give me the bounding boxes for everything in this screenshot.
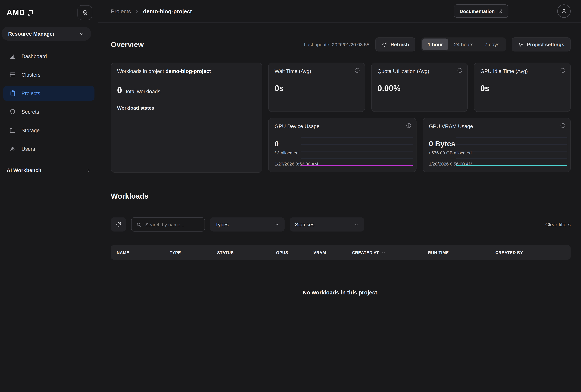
notifications-muted-button[interactable]	[78, 5, 92, 20]
gpu-device-usage-title: GPU Device Usage	[274, 123, 410, 129]
chevron-right-icon	[86, 168, 91, 173]
info-icon[interactable]	[354, 67, 360, 73]
workloads-filters: Types Statuses Clear filters	[111, 217, 570, 232]
chevron-down-icon	[274, 222, 280, 227]
time-range-selector: 1 hour 24 hours 7 days	[421, 37, 506, 51]
gear-icon	[518, 42, 524, 47]
sidebar-item-storage[interactable]: Storage	[3, 123, 94, 138]
wait-time-title: Wait Time (Avg)	[274, 68, 358, 74]
search-field	[131, 217, 205, 232]
breadcrumb-current-project: demo-blog-project	[143, 8, 192, 14]
info-icon[interactable]	[457, 67, 463, 73]
gpu-vram-usage-card: GPU VRAM Usage 0 Bytes / 576.00 GB alloc…	[422, 118, 570, 172]
total-workloads-label: total workloads	[126, 88, 160, 94]
statuses-dropdown-label: Statuses	[295, 222, 314, 227]
sidebar-item-projects[interactable]: Projects	[3, 86, 94, 101]
screen: AMD Resource Mana	[0, 0, 581, 392]
refresh-icon	[382, 42, 387, 47]
bell-off-icon	[82, 9, 88, 16]
statuses-dropdown[interactable]: Statuses	[290, 217, 364, 232]
sidebar-item-secrets[interactable]: Secrets	[3, 104, 94, 119]
user-menu-button[interactable]	[557, 4, 570, 18]
gpu-idle-time-card: GPU Idle Time (Avg) 0s	[474, 62, 571, 112]
workloads-card-title: Workloads in project demo-blog-project	[117, 68, 256, 74]
column-header-created-at[interactable]: CREATED AT	[352, 250, 428, 255]
overview-actions: Last update: 2026/01/20 08:55 Refresh 1 …	[304, 37, 571, 51]
amd-logo[interactable]: AMD	[7, 8, 34, 17]
sidebar-item-label: Projects	[22, 90, 40, 96]
refresh-button[interactable]: Refresh	[375, 37, 416, 51]
overview-header: Overview Last update: 2026/01/20 08:55 R…	[111, 37, 570, 51]
app-window: AMD Resource Mana	[0, 0, 581, 392]
documentation-button[interactable]: Documentation	[454, 4, 508, 18]
sidebar-item-label: Storage	[22, 127, 40, 133]
overview-cards-right: Wait Time (Avg) 0s Quota Utilization (Av…	[268, 62, 570, 173]
clear-filters-button[interactable]: Clear filters	[545, 222, 571, 227]
project-settings-label: Project settings	[527, 42, 564, 47]
main-area: Projects demo-blog-project Documentation	[98, 0, 581, 392]
topbar: Projects demo-blog-project Documentation	[98, 0, 581, 23]
time-range-7-days[interactable]: 7 days	[480, 38, 505, 50]
gpu-vram-usage-sparkline	[456, 137, 567, 165]
gpu-device-usage-card: GPU Device Usage 0 / 3 allocated 1/20/20…	[268, 118, 416, 172]
amd-logo-text: AMD	[7, 8, 25, 17]
documentation-label: Documentation	[460, 8, 495, 14]
types-dropdown[interactable]: Types	[210, 217, 284, 232]
workloads-summary-card: Workloads in project demo-blog-project 0…	[111, 62, 262, 173]
page-content: Overview Last update: 2026/01/20 08:55 R…	[98, 23, 581, 392]
external-link-icon	[498, 9, 503, 13]
sidebar-item-ai-workbench[interactable]: AI Workbench	[7, 167, 91, 173]
column-header-vram: VRAM	[314, 250, 352, 255]
users-icon	[9, 146, 16, 152]
info-icon[interactable]	[560, 67, 566, 73]
gpu-idle-time-title: GPU Idle Time (Avg)	[480, 68, 564, 74]
column-header-name: NAME	[117, 250, 170, 255]
quota-utilization-card: Quota Utilization (Avg) 0.00%	[371, 62, 468, 112]
quota-utilization-title: Quota Utilization (Avg)	[378, 68, 462, 74]
search-icon	[136, 222, 142, 227]
sidebar: AMD Resource Mana	[0, 0, 98, 392]
ai-workbench-label: AI Workbench	[7, 167, 42, 173]
sidebar-item-users[interactable]: Users	[3, 141, 94, 156]
sparkline-flat-line	[301, 165, 412, 166]
product-switcher-label: Resource Manager	[8, 31, 54, 36]
wait-time-card: Wait Time (Avg) 0s	[268, 62, 365, 112]
overview-cards: Workloads in project demo-blog-project 0…	[111, 62, 570, 173]
refresh-label: Refresh	[390, 42, 409, 47]
wait-time-value: 0s	[274, 84, 358, 93]
clipboard-icon	[9, 90, 16, 97]
folder-icon	[9, 127, 16, 134]
info-icon[interactable]	[560, 123, 566, 128]
refresh-icon	[115, 222, 121, 227]
column-header-gpus: GPUS	[276, 250, 314, 255]
gpu-vram-usage-title: GPU VRAM Usage	[429, 123, 564, 129]
workload-states-label: Workload states	[117, 105, 256, 111]
overview-title: Overview	[111, 40, 144, 49]
workloads-title: Workloads	[111, 192, 570, 200]
sidebar-item-label: Dashboard	[22, 53, 47, 59]
search-input[interactable]	[144, 221, 200, 228]
server-icon	[9, 71, 16, 78]
topbar-actions: Documentation	[454, 4, 571, 18]
shield-icon	[9, 108, 16, 115]
sidebar-item-clusters[interactable]: Clusters	[3, 67, 94, 82]
breadcrumb: Projects demo-blog-project	[111, 8, 192, 14]
person-icon	[560, 8, 567, 14]
info-icon[interactable]	[406, 123, 412, 128]
table-refresh-button[interactable]	[111, 217, 126, 232]
column-header-run-time: RUN TIME	[428, 250, 496, 255]
types-dropdown-label: Types	[215, 222, 229, 227]
project-settings-button[interactable]: Project settings	[512, 37, 571, 51]
sidebar-item-dashboard[interactable]: Dashboard	[3, 49, 94, 64]
column-header-created-by: CREATED BY	[496, 250, 565, 255]
usage-cards-row: GPU Device Usage 0 / 3 allocated 1/20/20…	[268, 118, 570, 172]
workloads-table-header: NAME TYPE STATUS GPUS VRAM CREATED AT RU…	[111, 245, 570, 260]
gpu-device-usage-sparkline	[301, 137, 413, 165]
column-header-status: STATUS	[217, 250, 276, 255]
breadcrumb-projects-link[interactable]: Projects	[111, 8, 131, 14]
time-range-1-hour[interactable]: 1 hour	[422, 38, 448, 50]
workloads-card-project-name: demo-blog-project	[166, 68, 211, 74]
time-range-24-hours[interactable]: 24 hours	[449, 38, 479, 50]
product-switcher[interactable]: Resource Manager	[2, 27, 91, 41]
breadcrumb-separator-icon	[134, 9, 139, 13]
